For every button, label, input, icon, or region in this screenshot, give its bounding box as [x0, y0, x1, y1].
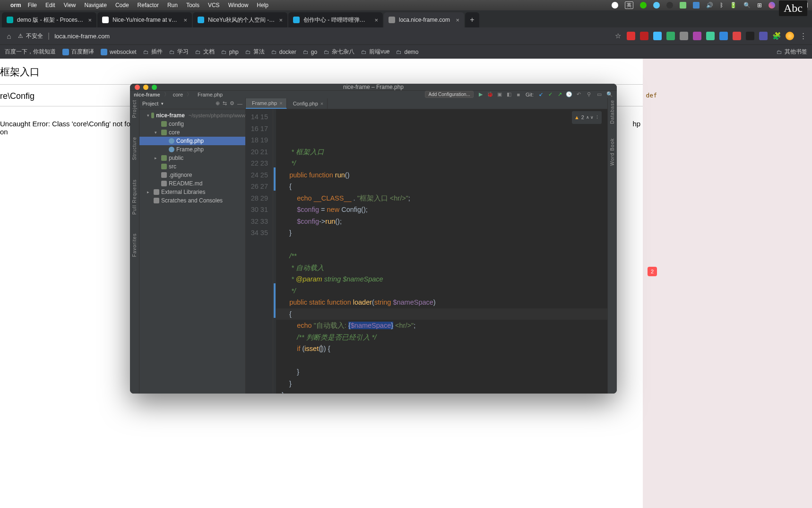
target-icon[interactable]: ⊕: [216, 100, 220, 106]
add-configuration-button[interactable]: Add Configuration...: [425, 91, 473, 98]
bookmark-item[interactable]: 🗀php: [221, 48, 239, 56]
browser-tab[interactable]: NiceYu秋风的个人空间 - 哔哩哔×: [193, 12, 287, 27]
tree-node[interactable]: Scratches and Consoles: [139, 196, 245, 205]
editor-tab[interactable]: Config.php×: [287, 98, 328, 109]
browser-tab[interactable]: Nice-Yu/nice-frame at v0.0.1×: [97, 12, 192, 27]
browser-tab[interactable]: 创作中心 - 哔哩哔哩弹幕视频网×: [288, 12, 383, 27]
close-tab-icon[interactable]: ×: [279, 17, 283, 24]
close-icon[interactable]: [135, 85, 140, 90]
bookmark-item[interactable]: 🗀算法: [245, 48, 265, 56]
menu-item[interactable]: Window: [228, 2, 249, 9]
editor-tab[interactable]: Frame.php×: [246, 98, 287, 109]
bookmark-item[interactable]: websocket: [101, 48, 137, 56]
editor[interactable]: 14 15 16 17 18 19 20 21 22 23 24 25 26 2…: [246, 109, 607, 394]
tray-icon[interactable]: [693, 2, 700, 9]
wechat-icon[interactable]: [640, 2, 647, 9]
battery-icon[interactable]: 🔋: [730, 2, 737, 9]
search-icon[interactable]: 🔍: [743, 2, 751, 9]
gear-icon[interactable]: ⚙: [230, 100, 234, 106]
close-tab-icon[interactable]: ×: [456, 17, 459, 24]
breadcrumb[interactable]: nice-frame: [134, 92, 160, 97]
tool-pull-requests[interactable]: Pull Requests: [132, 179, 137, 215]
ext-icon[interactable]: [693, 32, 701, 40]
menu-item[interactable]: Run: [167, 2, 178, 9]
bookmark-item[interactable]: 百度一下，你就知道: [5, 48, 56, 56]
tray-icon[interactable]: [680, 2, 686, 9]
security-indicator[interactable]: ⚠不安全: [18, 32, 43, 40]
bookmark-item[interactable]: 🗀demo: [396, 48, 418, 56]
tree-root[interactable]: ▾ nice-frame ~/system/phpdnmp/www: [139, 111, 245, 120]
ext-icon[interactable]: [627, 32, 635, 40]
menu-item[interactable]: Code: [115, 2, 129, 9]
git-update-icon[interactable]: ↙: [537, 91, 544, 98]
extensions-icon[interactable]: 🧩: [772, 32, 781, 40]
close-tab-icon[interactable]: ×: [279, 100, 282, 106]
menu-item[interactable]: Edit: [45, 2, 55, 9]
git-rollback-icon[interactable]: ↶: [575, 91, 582, 98]
bookmark-item[interactable]: 🗀go: [303, 48, 317, 56]
close-tab-icon[interactable]: ×: [320, 101, 323, 106]
expand-icon[interactable]: ⇆: [223, 100, 227, 106]
menu-item[interactable]: Navigate: [85, 2, 107, 9]
ext-icon[interactable]: [680, 32, 688, 40]
browser-tab[interactable]: demo 版 - 框架 - ProcessOn×: [2, 12, 96, 27]
git-history-icon[interactable]: 🕓: [566, 91, 572, 98]
avatar-icon[interactable]: [786, 32, 794, 40]
browser-tab[interactable]: loca.nice-frame.com×: [384, 12, 464, 27]
star-icon[interactable]: ☆: [613, 32, 622, 40]
tree-node[interactable]: src: [139, 162, 245, 171]
ide-settings-icon[interactable]: ▭: [596, 91, 603, 98]
code-content[interactable]: ▲2 ∧ ∨ ⋮ * 框架入口 */ public function run()…: [276, 109, 607, 394]
close-tab-icon[interactable]: ×: [374, 17, 378, 24]
menu-item[interactable]: Help: [257, 2, 268, 9]
close-tab-icon[interactable]: ×: [183, 17, 187, 24]
ext-icon[interactable]: [653, 32, 662, 40]
inspections-widget[interactable]: ▲2 ∧ ∨ ⋮: [572, 111, 602, 124]
stop-icon[interactable]: ■: [515, 91, 522, 98]
tree-node[interactable]: config: [139, 120, 245, 128]
bluetooth-icon[interactable]: ᛒ: [720, 2, 723, 9]
tree-node[interactable]: Config.php: [139, 137, 245, 145]
menu-item[interactable]: View: [64, 2, 76, 9]
bookmark-item[interactable]: 🗀插件: [143, 48, 163, 56]
tray-icon[interactable]: [653, 2, 660, 9]
bookmark-item[interactable]: 🗀杂七杂八: [324, 48, 354, 56]
ime-indicator[interactable]: 英: [625, 1, 633, 9]
ext-icon[interactable]: [746, 32, 754, 40]
bookmark-item[interactable]: 百度翻译: [62, 48, 94, 56]
menu-item[interactable]: Tools: [186, 2, 199, 9]
ide-titlebar[interactable]: nice-frame – Frame.php: [130, 84, 617, 90]
breadcrumb[interactable]: core: [173, 92, 183, 97]
ext-icon[interactable]: [733, 32, 741, 40]
tool-database[interactable]: Database: [610, 100, 615, 124]
breadcrumb[interactable]: Frame.php: [198, 92, 223, 97]
project-panel-label[interactable]: Project: [142, 101, 158, 106]
tool-favorites[interactable]: Favorites: [132, 233, 137, 257]
tool-wordbook[interactable]: Word Book: [610, 138, 615, 166]
hide-icon[interactable]: —: [237, 101, 242, 106]
menu-icon[interactable]: ⋮: [799, 32, 807, 40]
debug-icon[interactable]: 🐞: [487, 91, 493, 98]
volume-icon[interactable]: 🔊: [706, 2, 713, 9]
close-tab-icon[interactable]: ×: [88, 17, 92, 24]
control-center-icon[interactable]: ⊞: [757, 2, 762, 9]
bookmark-item[interactable]: 🗀文档: [195, 48, 215, 56]
bookmark-item[interactable]: 🗀docker: [271, 48, 296, 56]
ext-icon[interactable]: [759, 32, 768, 40]
new-tab-button[interactable]: +: [465, 12, 479, 27]
tool-structure[interactable]: Structure: [132, 137, 137, 160]
ext-icon[interactable]: [666, 32, 675, 40]
tool-project[interactable]: Project: [132, 100, 137, 118]
ext-icon[interactable]: [719, 32, 728, 40]
git-push-icon[interactable]: ↗: [556, 91, 563, 98]
minimize-icon[interactable]: [143, 85, 148, 90]
maximize-icon[interactable]: [152, 85, 157, 90]
menu-item[interactable]: VCS: [208, 2, 220, 9]
menu-item[interactable]: Refactor: [138, 2, 159, 9]
menu-item[interactable]: File: [28, 2, 37, 9]
tree-node[interactable]: Frame.php: [139, 145, 245, 154]
ext-icon[interactable]: [640, 32, 648, 40]
tree-node[interactable]: README.md: [139, 179, 245, 188]
ide-search-icon[interactable]: 🔍: [606, 91, 613, 98]
home-icon[interactable]: ⌂: [5, 32, 13, 40]
